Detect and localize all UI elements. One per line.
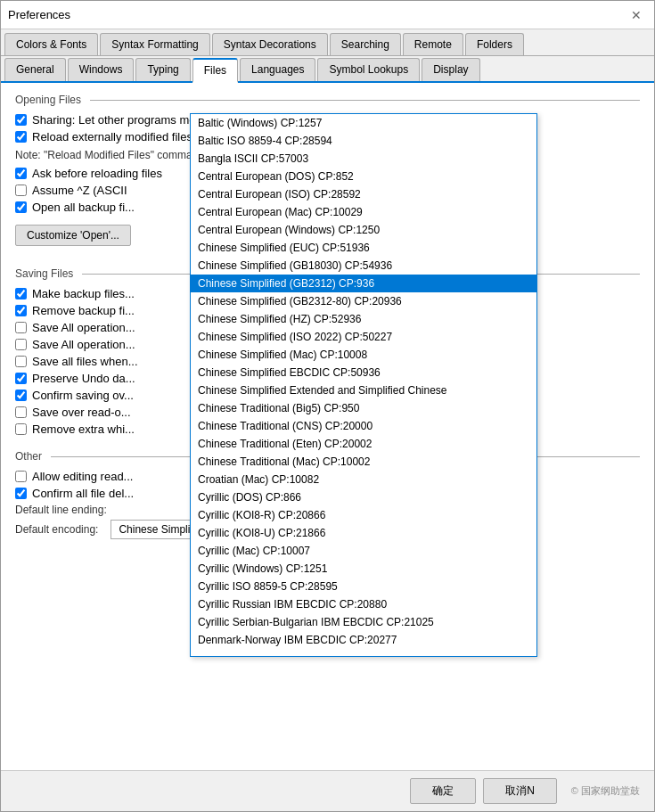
ask-reload-label: Ask before reloading files — [32, 167, 162, 180]
watermark: © 国家纲助堂鼓 — [571, 784, 640, 798]
dropdown-item[interactable]: Chinese Simplified (EUC) CP:51936 — [191, 239, 536, 257]
main-content: Opening Files Sharing: Let other program… — [1, 83, 654, 770]
dropdown-item[interactable]: Croatian (Mac) CP:10082 — [191, 471, 536, 488]
dropdown-item[interactable]: Chinese Simplified Extended and Simplifi… — [191, 381, 536, 399]
preserve-undo-label: Preserve Undo da... — [32, 372, 135, 385]
tab-syntax-formatting[interactable]: Syntax Formatting — [100, 33, 209, 55]
dropdown-item[interactable]: Chinese Simplified (HZ) CP:52936 — [191, 310, 536, 328]
opening-files-section-title: Opening Files — [15, 94, 640, 106]
dropdown-item[interactable]: Cyrillic (DOS) CP:866 — [191, 488, 536, 506]
remove-backup-label: Remove backup fi... — [32, 304, 135, 317]
dropdown-item[interactable]: Chinese Simplified (GB18030) CP:54936 — [191, 257, 536, 275]
tab-searching[interactable]: Searching — [330, 33, 401, 55]
assume-ascii-checkbox[interactable] — [15, 185, 27, 196]
save-all-1-label: Save All operation... — [32, 321, 135, 334]
remove-backup-checkbox[interactable] — [15, 305, 27, 316]
save-all-2-checkbox[interactable] — [15, 339, 27, 350]
opening-files-area: Sharing: Let other programs modify files… — [15, 113, 640, 253]
dropdown-item[interactable]: Baltic ISO 8859-4 CP:28594 — [191, 132, 536, 150]
save-all-2-label: Save All operation... — [32, 338, 135, 351]
tab-syntax-decorations[interactable]: Syntax Decorations — [212, 33, 328, 55]
save-all-when-checkbox[interactable] — [15, 356, 27, 367]
dropdown-item[interactable]: Chinese Simplified (GB2312) CP:936 — [191, 275, 536, 292]
open-backup-checkbox[interactable] — [15, 201, 27, 213]
tab-general[interactable]: General — [4, 58, 66, 81]
make-backup-label: Make backup files... — [32, 287, 135, 300]
dropdown-item[interactable]: Cyrillic (KOI8-U) CP:21866 — [191, 524, 536, 542]
dropdown-item[interactable]: Central European (Mac) CP:10029 — [191, 203, 536, 221]
allow-editing-label: Allow editing read... — [32, 470, 133, 483]
window-title: Preferences — [8, 8, 70, 21]
dropdown-item[interactable]: Central European (ISO) CP:28592 — [191, 185, 536, 203]
preserve-undo-checkbox[interactable] — [15, 373, 27, 384]
tab-colors-fonts[interactable]: Colors & Fonts — [4, 33, 98, 55]
dropdown-item[interactable]: Central European (Windows) CP:1250 — [191, 221, 536, 239]
dropdown-item[interactable]: Chinese Simplified (GB2312-80) CP:20936 — [191, 292, 536, 310]
dropdown-item[interactable]: Central European (DOS) CP:852 — [191, 168, 536, 185]
open-backup-label: Open all backup fi... — [32, 201, 135, 214]
tabs-row-1: Colors & Fonts Syntax Formatting Syntax … — [1, 29, 654, 56]
dropdown-item[interactable]: Chinese Traditional (Eten) CP:20002 — [191, 435, 536, 453]
dropdown-list[interactable]: Baltic (Windows) CP:1257Baltic ISO 8859-… — [191, 114, 536, 649]
remove-extra-label: Remove extra whi... — [32, 422, 135, 436]
dropdown-item[interactable]: Chinese Traditional (CNS) CP:20000 — [191, 417, 536, 435]
save-over-read-label: Save over read-o... — [32, 406, 131, 419]
close-button[interactable]: ✕ — [626, 6, 647, 24]
tab-remote[interactable]: Remote — [403, 33, 463, 55]
tabs-row-2: General Windows Typing Files Languages S… — [1, 56, 654, 83]
dropdown-item[interactable]: Chinese Traditional (Mac) CP:10002 — [191, 453, 536, 471]
title-bar: Preferences ✕ — [1, 1, 654, 29]
dropdown-item[interactable]: Denmark-Norway IBM EBCDIC CP:20277 — [191, 631, 536, 649]
dropdown-item[interactable]: Chinese Simplified EBCDIC CP:50936 — [191, 364, 536, 381]
make-backup-checkbox[interactable] — [15, 288, 27, 299]
dropdown-item[interactable]: Bangla ISCII CP:57003 — [191, 150, 536, 168]
dropdown-item[interactable]: Baltic (Windows) CP:1257 — [191, 114, 536, 132]
cancel-button[interactable]: 取消N — [483, 778, 557, 804]
customize-open-button[interactable]: Customize 'Open'... — [15, 225, 131, 246]
dropdown-item[interactable]: Cyrillic ISO 8859-5 CP:28595 — [191, 578, 536, 595]
tab-symbol-lookups[interactable]: Symbol Lookups — [317, 58, 420, 81]
save-all-1-checkbox[interactable] — [15, 322, 27, 333]
tab-display[interactable]: Display — [422, 58, 479, 81]
ask-reload-checkbox[interactable] — [15, 168, 27, 179]
tab-folders[interactable]: Folders — [465, 33, 524, 55]
default-line-ending-label: Default line ending: — [15, 504, 107, 516]
dropdown-item[interactable]: Cyrillic (Windows) CP:1251 — [191, 560, 536, 578]
dropdown-item[interactable]: Chinese Simplified (Mac) CP:10008 — [191, 346, 536, 364]
remove-extra-checkbox[interactable] — [15, 423, 27, 435]
confirm-saving-label: Confirm saving ov... — [32, 389, 134, 402]
dropdown-item[interactable]: Cyrillic (KOI8-R) CP:20866 — [191, 506, 536, 524]
dropdown-item[interactable]: Cyrillic Serbian-Bulgarian IBM EBCDIC CP… — [191, 613, 536, 631]
save-all-when-label: Save all files when... — [32, 355, 138, 368]
tab-windows[interactable]: Windows — [68, 58, 135, 81]
confirm-file-del-label: Confirm all file del... — [32, 487, 134, 500]
dropdown-item[interactable]: Chinese Traditional (Big5) CP:950 — [191, 399, 536, 417]
dropdown-item[interactable]: Cyrillic Russian IBM EBCDIC CP:20880 — [191, 595, 536, 613]
default-encoding-label: Default encoding: — [15, 523, 98, 536]
confirm-file-del-checkbox[interactable] — [15, 488, 27, 499]
encoding-dropdown[interactable]: Baltic (Windows) CP:1257Baltic ISO 8859-… — [190, 113, 537, 657]
tab-typing[interactable]: Typing — [135, 58, 190, 81]
sharing-checkbox[interactable] — [15, 114, 27, 126]
dropdown-item[interactable]: Chinese Simplified (ISO 2022) CP:50227 — [191, 328, 536, 346]
tab-files[interactable]: Files — [192, 58, 238, 83]
reload-checkbox[interactable] — [15, 131, 27, 143]
allow-editing-checkbox[interactable] — [15, 471, 27, 482]
assume-ascii-label: Assume ^Z (ASCII — [32, 184, 127, 197]
preferences-window: Preferences ✕ Colors & Fonts Syntax Form… — [0, 0, 655, 812]
dropdown-item[interactable]: Cyrillic (Mac) CP:10007 — [191, 542, 536, 560]
save-over-read-checkbox[interactable] — [15, 406, 27, 418]
ok-button[interactable]: 确定 — [410, 778, 476, 804]
confirm-saving-checkbox[interactable] — [15, 390, 27, 401]
tab-languages[interactable]: Languages — [240, 58, 315, 81]
bottom-bar: 确定 取消N © 国家纲助堂鼓 — [1, 770, 654, 811]
